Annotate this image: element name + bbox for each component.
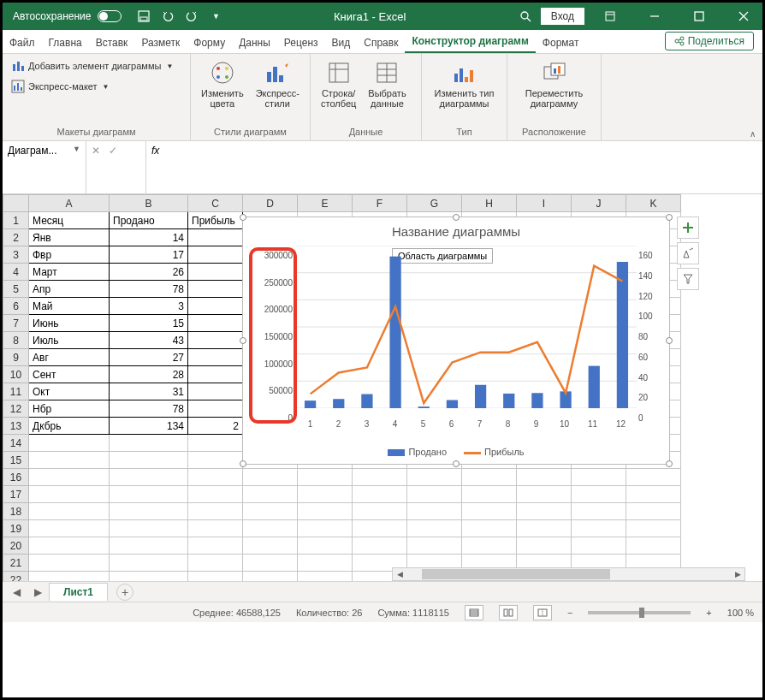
col-header[interactable]: E xyxy=(298,195,353,212)
view-layout-icon[interactable] xyxy=(499,605,518,620)
switch-row-column-button[interactable]: Строка/ столбец xyxy=(317,57,359,110)
tab-view[interactable]: Вид xyxy=(325,33,358,53)
cell[interactable] xyxy=(298,503,353,520)
cell[interactable] xyxy=(29,452,110,469)
chart-axis-x[interactable]: 123456789101112 xyxy=(296,419,635,433)
zoom-in-icon[interactable]: + xyxy=(706,608,711,618)
cell[interactable]: Прибыль xyxy=(188,212,243,229)
row-header[interactable]: 6 xyxy=(3,298,29,315)
row-header[interactable]: 15 xyxy=(3,452,29,469)
cell[interactable]: 78 xyxy=(110,400,188,418)
cell[interactable] xyxy=(298,520,353,537)
tab-review[interactable]: Реценз xyxy=(277,33,325,53)
cell[interactable]: 28 xyxy=(110,366,188,383)
change-colors-button[interactable]: Изменить цвета xyxy=(198,57,247,110)
cell[interactable] xyxy=(29,572,110,582)
cell[interactable] xyxy=(407,520,462,537)
cell[interactable] xyxy=(298,555,353,572)
chart-filter-button[interactable] xyxy=(677,268,699,290)
cell[interactable]: Июнь xyxy=(29,315,110,332)
cell[interactable] xyxy=(572,537,626,555)
col-header[interactable]: K xyxy=(626,195,681,212)
cell[interactable]: Сент xyxy=(29,366,110,383)
cell[interactable] xyxy=(29,537,110,555)
chart-title[interactable]: Название диаграммы xyxy=(243,217,669,240)
cell[interactable] xyxy=(626,469,681,486)
row-header[interactable]: 11 xyxy=(3,383,29,400)
view-normal-icon[interactable] xyxy=(465,605,483,620)
row-header[interactable]: 3 xyxy=(3,246,29,264)
save-icon[interactable] xyxy=(137,9,151,23)
maximize-icon[interactable] xyxy=(680,3,718,30)
quick-layout-button[interactable]: Экспресс-макет▼ xyxy=(9,78,111,95)
cell[interactable]: 78 xyxy=(110,281,188,298)
cell[interactable] xyxy=(188,469,243,486)
cell[interactable] xyxy=(298,486,353,503)
cell[interactable] xyxy=(188,486,243,503)
horizontal-scrollbar[interactable]: ◀▶ xyxy=(392,567,745,581)
embedded-chart[interactable]: Название диаграммы Область диаграммы 050… xyxy=(242,217,670,465)
cell[interactable]: Месяц xyxy=(29,212,110,229)
cell[interactable] xyxy=(298,537,353,555)
cell[interactable] xyxy=(188,281,243,298)
ribbon-display-icon[interactable] xyxy=(591,3,629,30)
cell[interactable] xyxy=(462,503,517,520)
cell[interactable]: Дкбрь xyxy=(29,418,110,435)
cell[interactable] xyxy=(572,503,626,520)
tab-help[interactable]: Справк xyxy=(357,33,405,53)
row-header[interactable]: 9 xyxy=(3,349,29,366)
cell[interactable] xyxy=(572,520,626,537)
cell[interactable]: 31 xyxy=(110,383,188,400)
cancel-formula-icon[interactable]: ✕ xyxy=(92,145,100,157)
tab-home[interactable]: Главна xyxy=(42,33,89,53)
cell[interactable] xyxy=(353,469,407,486)
zoom-out-icon[interactable]: − xyxy=(567,608,572,618)
cell[interactable]: 26 xyxy=(110,264,188,281)
cell[interactable]: Июль xyxy=(29,332,110,349)
chart-legend[interactable]: Продано Прибыль xyxy=(243,447,669,457)
cell[interactable] xyxy=(29,469,110,486)
cell[interactable] xyxy=(353,486,407,503)
col-header[interactable]: B xyxy=(110,195,188,212)
cell[interactable]: Фвр xyxy=(29,246,110,264)
tab-data[interactable]: Данны xyxy=(232,33,277,53)
cell[interactable] xyxy=(243,520,298,537)
cell[interactable] xyxy=(298,469,353,486)
cell[interactable] xyxy=(188,520,243,537)
cell[interactable] xyxy=(29,486,110,503)
cell[interactable]: Продано xyxy=(110,212,188,229)
row-header[interactable]: 22 xyxy=(3,572,29,582)
collapse-ribbon-icon[interactable]: ∧ xyxy=(743,128,762,140)
formula-input[interactable]: fx xyxy=(146,141,762,193)
worksheet-grid[interactable]: ABCDEFGHIJK1МесяцПроданоПрибыль2Янв143Фв… xyxy=(3,194,762,581)
cell[interactable] xyxy=(110,555,188,572)
cell[interactable] xyxy=(243,503,298,520)
cell[interactable] xyxy=(110,452,188,469)
close-icon[interactable] xyxy=(725,3,762,30)
tab-layout[interactable]: Разметк xyxy=(134,33,187,53)
minimize-icon[interactable] xyxy=(636,3,673,30)
search-icon[interactable] xyxy=(517,8,534,25)
cell[interactable] xyxy=(110,537,188,555)
cell[interactable] xyxy=(407,537,462,555)
chevron-down-icon[interactable]: ▼ xyxy=(73,145,80,153)
cell[interactable] xyxy=(110,469,188,486)
cell[interactable] xyxy=(243,486,298,503)
cell[interactable] xyxy=(188,400,243,418)
row-header[interactable]: 4 xyxy=(3,264,29,281)
cell[interactable] xyxy=(188,572,243,582)
cell[interactable] xyxy=(188,246,243,264)
row-header[interactable]: 1 xyxy=(3,212,29,229)
cell[interactable] xyxy=(517,537,572,555)
name-box[interactable]: Диаграм...▼ xyxy=(3,141,86,193)
chart-styles-button[interactable] xyxy=(677,242,699,264)
view-pagebreak-icon[interactable] xyxy=(533,605,552,620)
tab-chart-design[interactable]: Конструктор диаграмм xyxy=(405,31,535,53)
col-header[interactable]: D xyxy=(243,195,298,212)
cell[interactable] xyxy=(626,520,681,537)
cell[interactable]: Апр xyxy=(29,281,110,298)
row-header[interactable]: 21 xyxy=(3,555,29,572)
enter-formula-icon[interactable]: ✓ xyxy=(109,145,117,157)
cell[interactable] xyxy=(188,452,243,469)
add-chart-element-button[interactable]: Добавить элемент диаграммы▼ xyxy=(9,57,175,74)
